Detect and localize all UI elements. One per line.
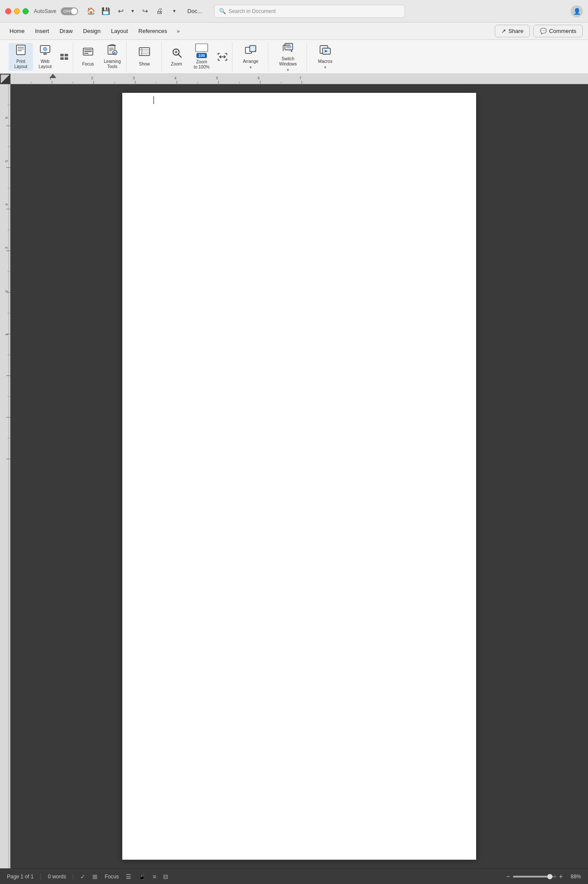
ribbon-group-macros: Macros ▼ (308, 42, 343, 72)
web-layout-label: Web Layout (39, 59, 52, 69)
svg-line-29 (178, 54, 181, 57)
redo-icon[interactable]: ↪ (139, 5, 151, 17)
arrange-icon (244, 44, 257, 58)
autosave-toggle[interactable]: OFF (61, 7, 78, 15)
undo-dropdown-icon[interactable]: ▼ (129, 5, 136, 17)
search-input[interactable]: Search in Document (229, 8, 400, 14)
share-button[interactable]: ↗ Share (495, 25, 530, 37)
svg-rect-11 (60, 57, 64, 60)
print-layout-label: Print Layout (14, 59, 27, 69)
menu-layout[interactable]: Layout (107, 25, 132, 37)
zoom-100-icon-container: 100 (195, 43, 208, 58)
zoom-100-button[interactable]: 100 Zoom to 100% (189, 43, 215, 71)
web-layout-button[interactable]: Web Layout (33, 43, 57, 71)
ribbon-group-zoom: Zoom 100 Zoom to 100% (163, 42, 232, 72)
svg-rect-12 (65, 57, 68, 60)
maximize-button[interactable] (23, 8, 29, 14)
focus-status-icon[interactable]: ⊞ (92, 873, 98, 880)
focus-button[interactable]: Focus (76, 43, 100, 71)
zoom-slider[interactable] (513, 876, 556, 877)
ribbon-group-arrange: Arrange ▼ (233, 42, 268, 72)
switch-windows-icon (281, 41, 294, 55)
ribbon-group-views: Print Layout Web Layout (7, 42, 73, 72)
avatar[interactable]: 👤 (571, 5, 583, 17)
zoom-slider-thumb[interactable] (547, 874, 552, 879)
print-layout-button[interactable]: Print Layout (9, 43, 33, 71)
comments-button[interactable]: 💬 Comments (533, 25, 583, 37)
main-area: 1 2 3 4 5 6 (0, 84, 588, 868)
more-icon[interactable]: ▼ (168, 5, 180, 17)
menu-design[interactable]: Design (79, 25, 105, 37)
svg-rect-35 (250, 46, 256, 52)
svg-text:A: A (114, 52, 116, 55)
show-button[interactable]: Show (129, 43, 160, 71)
cursor (154, 96, 154, 104)
zoom-label: Zoom (171, 62, 182, 67)
zoom-plus-button[interactable]: + (559, 873, 563, 881)
svg-rect-0 (16, 45, 25, 55)
align-view-icon[interactable]: ⊟ (163, 873, 168, 880)
print-icon[interactable]: 🖨 (154, 5, 166, 17)
zoom-badge: 100 (196, 53, 206, 58)
search-bar[interactable]: 🔍 Search in Document (214, 5, 405, 18)
home-icon[interactable]: 🏠 (85, 5, 97, 17)
zoom-percent: 88% (565, 874, 581, 880)
zoom-fit-button[interactable] (215, 43, 230, 71)
zoom-minus-button[interactable]: − (506, 873, 510, 881)
svg-rect-32 (196, 44, 208, 52)
switch-windows-button[interactable]: Switch Windows ▼ (271, 43, 305, 71)
svg-rect-14 (84, 49, 92, 50)
svg-rect-15 (84, 51, 92, 52)
save-icon[interactable]: 💾 (100, 5, 112, 17)
macros-icon (319, 44, 331, 58)
svg-text:5: 5 (216, 76, 218, 80)
user-icon: 👤 (573, 8, 581, 15)
show-icon (137, 46, 151, 60)
layout-compact-button[interactable] (57, 43, 71, 71)
word-count: 0 words (48, 874, 66, 880)
comments-icon: 💬 (540, 28, 547, 34)
svg-text:7: 7 (299, 76, 301, 80)
svg-text:4: 4 (174, 76, 176, 80)
minimize-button[interactable] (14, 8, 20, 14)
svg-text:2: 2 (91, 76, 93, 80)
search-icon: 🔍 (219, 8, 226, 14)
menu-more[interactable]: » (173, 25, 183, 37)
menu-references[interactable]: References (134, 25, 171, 37)
share-icon: ↗ (501, 28, 506, 34)
undo-icon[interactable]: ↩ (114, 5, 127, 17)
menu-insert[interactable]: Insert (31, 25, 54, 37)
web-layout-icon (39, 44, 51, 58)
autosave-label: AutoSave (34, 8, 56, 14)
focus-status-label[interactable]: Focus (105, 874, 119, 880)
canvas-area[interactable] (10, 84, 588, 868)
learning-tools-button[interactable]: A Learning Tools (100, 43, 124, 71)
close-button[interactable] (5, 8, 11, 14)
svg-rect-16 (84, 53, 88, 54)
status-bar: Page 1 of 1 0 words ✓ ⊞ Focus ☰ 📱 ≡ ⊟ − … (0, 868, 588, 884)
document-page[interactable] (122, 93, 476, 860)
status-divider-1 (40, 873, 41, 880)
svg-text:2: 2 (4, 290, 9, 292)
ribbon: Print Layout Web Layout (0, 40, 588, 74)
doc-title[interactable]: Doc... (187, 8, 202, 14)
ruler-horizontal: 1 2 3 4 5 6 7 (10, 74, 588, 84)
proofing-icon[interactable]: ✓ (80, 873, 85, 880)
page-info: Page 1 of 1 (7, 874, 33, 880)
zoom-button[interactable]: Zoom (164, 43, 189, 71)
layout-view-icon[interactable]: ≡ (153, 873, 156, 880)
macros-button[interactable]: Macros ▼ (310, 43, 341, 71)
arrange-label: Arrange (243, 59, 258, 64)
learning-tools-label: Learning Tools (104, 59, 121, 69)
arrange-button[interactable]: Arrange ▼ (235, 43, 266, 71)
page-view-icon[interactable]: ☰ (126, 873, 131, 880)
status-divider-2 (73, 873, 73, 880)
menu-draw[interactable]: Draw (55, 25, 77, 37)
menu-home[interactable]: Home (5, 25, 29, 37)
switch-windows-label: Switch Windows (279, 56, 297, 67)
svg-rect-23 (139, 48, 150, 56)
mobile-view-icon[interactable]: 📱 (138, 873, 146, 880)
ruler-vertical: 1 2 3 4 5 6 (0, 84, 10, 868)
print-layout-icon (15, 44, 27, 58)
svg-text:3: 3 (4, 247, 9, 249)
